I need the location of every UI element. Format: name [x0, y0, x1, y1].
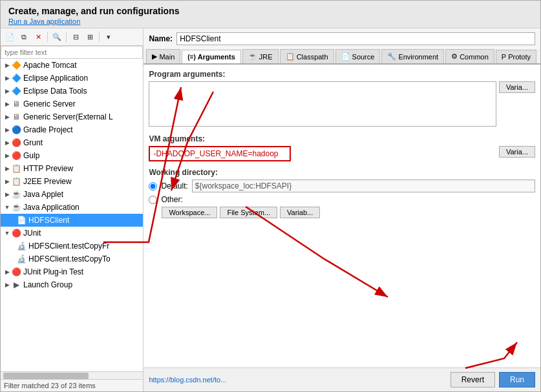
tree-item-junit-plugin[interactable]: ▶ 🔴 JUnit Plug-in Test [1, 265, 143, 278]
tab-environment[interactable]: 🔧 Environment [381, 49, 444, 63]
tree-label: Eclipse Application [23, 74, 88, 83]
tree-toggle: ▶ [3, 152, 11, 160]
tree-toggle: ▶ [3, 281, 11, 289]
tree-label: Java Application [23, 203, 80, 212]
tree-item-apache-tomcat[interactable]: ▶ 🔶 Apache Tomcat [1, 59, 143, 72]
delete-button[interactable]: ✕ [32, 30, 45, 43]
tree-item-junit[interactable]: ▼ 🔴 JUnit [1, 227, 143, 240]
variables-button[interactable]: Variab... [280, 207, 320, 218]
tree-item-grunt[interactable]: ▶ 🔴 Grunt [1, 136, 143, 149]
prototype-icon: P [502, 53, 506, 61]
right-panel: Name: ▶ Main (=) Arguments ☕ JRE [143, 28, 540, 391]
other-buttons: Workspace... File System... Variab... [162, 207, 535, 218]
filter-status: Filter matched 23 of 23 items [1, 379, 143, 391]
main-icon: ▶ [152, 52, 157, 61]
tree-item-generic-server-ext[interactable]: ▶ 🖥 Generic Server(External L [1, 110, 143, 123]
tree-toggle: ▶ [3, 165, 11, 172]
run-button[interactable]: Run [499, 372, 535, 387]
duplicate-button[interactable]: ⧉ [17, 30, 30, 43]
tab-content-arguments: Program arguments: Varia... VM arguments… [143, 65, 540, 367]
tree-label: Generic Server(External L [23, 112, 113, 121]
tree-toggle: ▶ [3, 268, 11, 276]
menu-button[interactable]: ▾ [102, 30, 115, 43]
tree-item-hdfsclient[interactable]: 📄 HDFSClient [1, 214, 143, 227]
junit-plugin-icon: 🔴 [11, 267, 21, 277]
tree-label: Generic Server [23, 99, 76, 108]
tree-item-eclipse-data[interactable]: ▶ 🔷 Eclipse Data Tools [1, 85, 143, 98]
scrollbar-thumb [3, 373, 89, 379]
tree-toggle: ▶ [3, 100, 11, 108]
gradle-icon: 🔵 [11, 125, 21, 135]
tree-label: Apache Tomcat [23, 61, 77, 70]
tab-source[interactable]: 📄 Source [335, 49, 381, 63]
common-icon: ⚙ [451, 52, 458, 61]
horizontal-scrollbar[interactable] [1, 371, 143, 379]
tree-item-gulp[interactable]: ▶ 🔴 Gulp [1, 149, 143, 162]
tree-toggle: ▶ [3, 87, 11, 95]
tree-item-java-application[interactable]: ▼ ☕ Java Application [1, 201, 143, 214]
toolbar-separator-1 [47, 32, 48, 42]
other-label: Other: [161, 195, 182, 204]
tab-common-label: Common [460, 53, 489, 61]
tree-item-java-applet[interactable]: ▶ ☕ Java Applet [1, 188, 143, 201]
tree-item-generic-server[interactable]: ▶ 🖥 Generic Server [1, 98, 143, 110]
csdn-link[interactable]: https://blog.csdn.net/to... [149, 376, 226, 384]
collapse-button[interactable]: ⊟ [69, 30, 82, 43]
workspace-button[interactable]: Workspace... [162, 207, 217, 218]
tree-item-gradle[interactable]: ▶ 🔵 Gradle Project [1, 123, 143, 136]
tree-label: HTTP Preview [23, 164, 73, 173]
working-directory-label: Working directory: [149, 168, 535, 177]
tree-label: HDFSClient.testCopyTo [28, 254, 111, 263]
toolbar: 📄 ⧉ ✕ 🔍 ⊟ ⊞ ▾ [1, 28, 143, 46]
revert-button[interactable]: Revert [451, 372, 495, 387]
default-workspace-value [192, 180, 535, 192]
tab-common[interactable]: ⚙ Common [445, 49, 494, 63]
tree-label: Gradle Project [23, 125, 73, 134]
bottom-bar: https://blog.csdn.net/to... Revert Run [143, 367, 540, 391]
tree-item-launch-group[interactable]: ▶ ▶ Launch Group [1, 278, 143, 291]
dialog-subtitle[interactable]: Run a Java application [8, 17, 533, 25]
tabs-bar: ▶ Main (=) Arguments ☕ JRE 📋 Classpath [143, 49, 540, 65]
other-radio-row: Other: [149, 195, 535, 204]
tab-source-label: Source [352, 53, 375, 61]
tree-label: Java Applet [23, 190, 63, 199]
tree-toggle: ▶ [3, 74, 11, 82]
tab-classpath[interactable]: 📋 Classpath [280, 49, 334, 63]
tree-container: ▶ 🔶 Apache Tomcat ▶ 🔷 Eclipse Applicatio… [1, 59, 143, 371]
toolbar-separator-3 [99, 32, 100, 42]
vm-variables-button[interactable]: Varia... [499, 146, 535, 158]
tab-jre[interactable]: ☕ JRE [242, 49, 279, 63]
tree-item-junit-copy2[interactable]: 🔬 HDFSClient.testCopyTo [1, 253, 143, 265]
name-label: Name: [149, 34, 173, 43]
program-variables-button[interactable]: Varia... [499, 81, 535, 93]
tree-item-j2ee[interactable]: ▶ 📋 J2EE Preview [1, 175, 143, 188]
default-radio[interactable] [149, 182, 157, 191]
expand-button[interactable]: ⊞ [83, 30, 96, 43]
new-config-button[interactable]: 📄 [3, 30, 16, 43]
tab-main[interactable]: ▶ Main [146, 49, 180, 63]
tab-classpath-label: Classpath [297, 53, 328, 61]
tree-toggle: ▶ [3, 139, 11, 147]
tree-toggle: ▶ [3, 191, 11, 198]
source-icon: 📄 [341, 52, 350, 61]
filesystem-button[interactable]: File System... [220, 207, 277, 218]
tab-arguments[interactable]: (=) Arguments [182, 50, 241, 65]
tree-label: Gulp [23, 151, 39, 160]
tree-item-junit-copy1[interactable]: 🔬 HDFSClient.testCopyFr [1, 240, 143, 253]
name-input[interactable] [176, 32, 535, 45]
filter-input[interactable] [1, 46, 143, 59]
eclipse-icon: 🔷 [11, 73, 21, 83]
tree-toggle: ▶ [3, 126, 11, 134]
filter-button[interactable]: 🔍 [50, 30, 63, 43]
tree-toggle: ▼ [3, 203, 11, 211]
tab-prototype[interactable]: P Prototy [496, 50, 536, 63]
tree-item-eclipse-app[interactable]: ▶ 🔷 Eclipse Application [1, 72, 143, 85]
vm-arguments-input[interactable] [149, 146, 291, 161]
junit-test-icon: 🔬 [16, 241, 27, 251]
tree-item-http[interactable]: ▶ 📋 HTTP Preview [1, 162, 143, 175]
eclipse-data-icon: 🔷 [11, 86, 21, 96]
junit-icon: 🔴 [11, 228, 21, 238]
name-row: Name: [143, 28, 540, 49]
program-arguments-input[interactable] [149, 81, 496, 127]
other-radio[interactable] [149, 196, 157, 204]
